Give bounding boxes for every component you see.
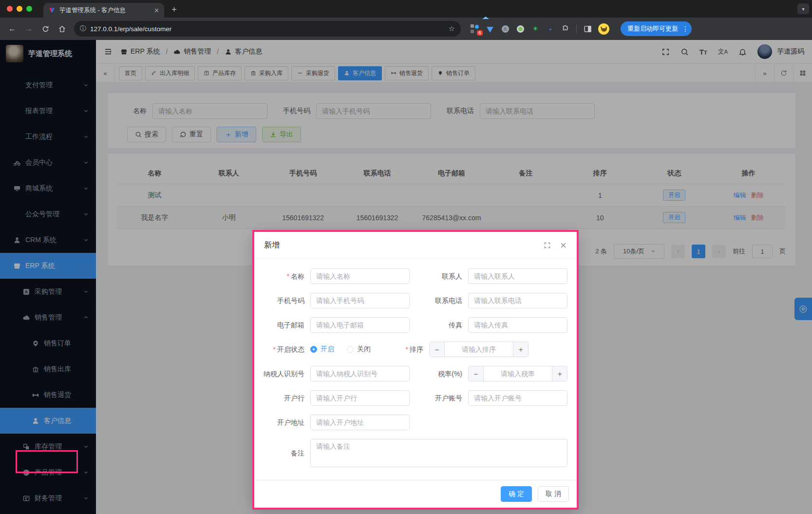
- dialog-fullscreen-icon[interactable]: [544, 242, 551, 249]
- sidebar-item-销售订单[interactable]: 销售订单: [0, 330, 96, 356]
- settings-fab[interactable]: [794, 298, 812, 320]
- extension-icon-5[interactable]: ✶: [531, 24, 540, 33]
- sidebar-item-公众号管理[interactable]: 公众号管理: [0, 201, 96, 227]
- extension-icon-6[interactable]: ⌄⌄: [546, 24, 555, 33]
- fullscreen-icon[interactable]: [661, 48, 670, 56]
- tabs-layout-icon[interactable]: [793, 64, 812, 82]
- address-bar[interactable]: ⓘ 127.0.0.1/erp/sale/customer ☆: [74, 21, 461, 37]
- status-badge[interactable]: 开启: [663, 190, 685, 200]
- search-input-名称[interactable]: [152, 103, 267, 119]
- sidebar-item-销售出库[interactable]: 销售出库: [0, 356, 96, 382]
- status-badge[interactable]: 开启: [663, 212, 685, 223]
- extensions-puzzle-icon[interactable]: [561, 24, 570, 33]
- back-button[interactable]: ←: [5, 21, 19, 36]
- dialog-input-开户行[interactable]: [310, 390, 410, 406]
- page-tab-销售退货[interactable]: 销售退货: [385, 66, 429, 80]
- dialog-input-电子邮箱[interactable]: [310, 317, 410, 333]
- dialog-input-开户地址[interactable]: [310, 415, 410, 430]
- sidebar-item-产品管理[interactable]: P产品管理: [0, 459, 96, 485]
- dialog-input-联系人[interactable]: [468, 268, 567, 284]
- add-button[interactable]: ＋ 新增: [217, 127, 256, 142]
- extension-icon-3[interactable]: 兆: [501, 24, 510, 33]
- chrome-update-button[interactable]: 重新启动即可更新 ⋮: [621, 21, 692, 36]
- stepper-decrease-button[interactable]: −: [430, 342, 445, 357]
- sidebar-collapse-icon[interactable]: [104, 48, 113, 56]
- language-icon[interactable]: 文A: [718, 47, 728, 56]
- browser-tab[interactable]: 芋道管理系统 - 客户信息 ✕: [43, 3, 164, 18]
- bookmark-star-icon[interactable]: ☆: [449, 24, 455, 33]
- sidebar-item-库存管理[interactable]: 库存管理: [0, 434, 96, 459]
- radio-option-开启[interactable]: 开启: [310, 345, 334, 354]
- sidebar-item-CRM 系统[interactable]: CRM 系统: [0, 227, 96, 253]
- export-button[interactable]: 导出: [262, 127, 301, 142]
- dialog-input-开户账号[interactable]: [468, 390, 567, 406]
- page-tab-首页[interactable]: 首页: [119, 66, 142, 80]
- side-panel-icon[interactable]: [583, 24, 592, 33]
- forward-button[interactable]: →: [21, 21, 36, 36]
- tab-close-icon[interactable]: ✕: [154, 7, 159, 14]
- dialog-input-传真[interactable]: [468, 317, 567, 333]
- dialog-input-纳税人识别号[interactable]: [310, 366, 410, 381]
- page-number-1[interactable]: 1: [692, 245, 705, 258]
- stepper-decrease-button[interactable]: −: [469, 366, 484, 381]
- extension-icon-4[interactable]: [516, 24, 525, 33]
- stepper-increase-button[interactable]: ＋: [552, 366, 567, 381]
- sidebar-item-会员中心[interactable]: 会员中心: [0, 150, 96, 175]
- next-page-button[interactable]: ›: [712, 245, 726, 258]
- goto-page-input[interactable]: [752, 245, 773, 258]
- dialog-input-名称[interactable]: [310, 268, 410, 284]
- prev-page-button[interactable]: ‹: [671, 245, 685, 258]
- page-size-select[interactable]: 10条/页: [614, 244, 664, 259]
- page-tab-出入库明细[interactable]: 出入库明细: [145, 66, 195, 80]
- sidebar-item-工作流程[interactable]: 工作流程: [0, 124, 96, 150]
- dialog-input-手机号码[interactable]: [310, 293, 410, 308]
- reload-button[interactable]: [38, 21, 53, 36]
- search-icon[interactable]: [680, 48, 689, 56]
- confirm-button[interactable]: 确 定: [501, 486, 532, 502]
- dialog-input-联系电话[interactable]: [468, 293, 567, 308]
- breadcrumb-item-客户信息[interactable]: 客户信息: [225, 47, 262, 56]
- sidebar-item-销售退货[interactable]: 销售退货: [0, 382, 96, 408]
- dialog-textarea-备注[interactable]: [310, 439, 567, 467]
- home-button[interactable]: [55, 21, 69, 36]
- app-logo-row[interactable]: 芋道管理系统: [0, 40, 96, 67]
- page-tab-采购退货[interactable]: 采购退货: [291, 66, 335, 80]
- new-tab-button[interactable]: ＋: [170, 3, 178, 15]
- page-tab-采购入库[interactable]: 采购入库: [245, 66, 288, 80]
- edit-link[interactable]: 编辑: [734, 214, 746, 221]
- reset-button[interactable]: 重置: [172, 127, 211, 142]
- font-size-icon[interactable]: TT: [699, 48, 707, 56]
- tabs-scroll-left[interactable]: «: [96, 64, 115, 82]
- sidebar-item-客户信息[interactable]: 客户信息: [0, 408, 96, 434]
- breadcrumb-item-销售管理[interactable]: 销售管理: [173, 47, 211, 56]
- browser-menu-icon[interactable]: ⋮: [682, 25, 689, 33]
- tabs-scroll-right[interactable]: »: [755, 64, 774, 82]
- extension-icon-1[interactable]: 6: [471, 24, 479, 33]
- sidebar-item-销售管理[interactable]: 销售管理: [0, 305, 96, 330]
- stepper-increase-button[interactable]: ＋: [513, 342, 528, 357]
- search-button[interactable]: 搜索: [127, 127, 166, 142]
- sidebar-item-采购管理[interactable]: A采购管理: [0, 279, 96, 305]
- page-tab-客户信息[interactable]: 客户信息: [338, 66, 382, 80]
- extension-icon-2[interactable]: [486, 24, 494, 33]
- profile-avatar[interactable]: [598, 23, 609, 35]
- site-info-icon[interactable]: ⓘ: [80, 24, 86, 33]
- sidebar-item-ERP 系统[interactable]: ERP 系统: [0, 253, 96, 279]
- edit-link[interactable]: 编辑: [734, 191, 746, 199]
- sidebar-item-支付管理[interactable]: 支付管理: [0, 72, 96, 98]
- delete-link[interactable]: 删除: [751, 191, 764, 199]
- stepper-input-排序[interactable]: [445, 342, 513, 357]
- breadcrumb-item-ERP 系统[interactable]: ERP 系统: [120, 47, 160, 56]
- stepper-input-税率(%)[interactable]: [484, 366, 552, 381]
- notification-bell-icon[interactable]: [738, 48, 747, 56]
- window-controls[interactable]: [7, 6, 32, 12]
- delete-link[interactable]: 删除: [751, 214, 764, 221]
- sidebar-item-商城系统[interactable]: 商城系统: [0, 175, 96, 201]
- radio-option-关闭[interactable]: 关闭: [347, 345, 371, 354]
- close-window-button[interactable]: [7, 6, 13, 12]
- page-tab-销售订单[interactable]: 销售订单: [432, 66, 475, 80]
- dialog-close-icon[interactable]: [560, 242, 567, 249]
- user-avatar[interactable]: [757, 44, 772, 59]
- cancel-button[interactable]: 取 消: [538, 486, 569, 502]
- search-input-联系电话[interactable]: [480, 103, 595, 119]
